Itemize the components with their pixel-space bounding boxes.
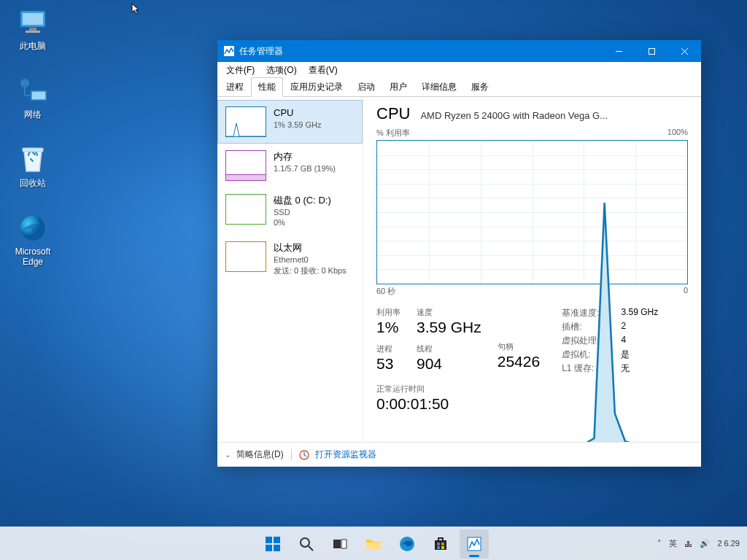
svg-rect-25	[435, 540, 446, 550]
open-resource-monitor-link[interactable]: 打开资源监视器	[315, 448, 376, 461]
svg-rect-17	[266, 545, 272, 551]
svg-line-20	[309, 546, 313, 551]
resource-monitor-icon	[299, 450, 309, 460]
edge-icon	[18, 213, 48, 244]
titlebar[interactable]: 任务管理器	[217, 40, 701, 62]
tray-chevron-icon[interactable]: ˄	[657, 539, 662, 548]
menu-options[interactable]: 选项(O)	[260, 63, 302, 78]
svg-rect-6	[32, 92, 45, 99]
tab-services[interactable]: 服务	[464, 77, 496, 97]
cpu-line-icon	[377, 141, 687, 442]
window-body: CPU 1% 3.59 GHz 内存 1.1/5.7 GB (19%) 磁盘 0…	[217, 97, 701, 442]
network-icon	[18, 76, 48, 106]
cpu-chart	[376, 140, 688, 284]
menu-file[interactable]: 文件(F)	[220, 63, 260, 78]
cpu-thumb-icon	[225, 106, 266, 137]
svg-point-19	[301, 538, 309, 547]
search-button[interactable]	[292, 529, 321, 559]
svg-rect-27	[441, 542, 444, 545]
chevron-down-icon[interactable]: ⌄	[225, 451, 231, 459]
desktop-icon-label: Microsoft Edge	[6, 246, 60, 268]
desktop: 此电脑 网络 回收站 Microsoft Edge 任务管理器 文件(F) 选项…	[0, 0, 747, 560]
desktop-icon-this-pc[interactable]: 此电脑	[6, 7, 60, 51]
desktop-icon-label: 回收站	[6, 178, 60, 188]
svg-rect-3	[26, 31, 40, 33]
tab-processes[interactable]: 进程	[219, 77, 251, 97]
edge-button[interactable]	[392, 529, 422, 559]
cpu-model: AMD Ryzen 5 2400G with Radeon Vega G...	[420, 110, 688, 121]
sidebar: CPU 1% 3.59 GHz 内存 1.1/5.7 GB (19%) 磁盘 0…	[217, 97, 363, 442]
sidebar-disk-title: 磁盘 0 (C: D:)	[274, 194, 355, 207]
close-button[interactable]	[668, 40, 701, 62]
start-button[interactable]	[258, 529, 287, 559]
fewer-details-link[interactable]: 简略信息(D)	[236, 448, 284, 461]
tab-startup[interactable]: 启动	[350, 77, 382, 97]
sidebar-cpu-title: CPU	[274, 106, 355, 120]
recycle-bin-icon	[18, 144, 48, 175]
sidebar-memory-title: 内存	[274, 150, 355, 163]
svg-rect-18	[274, 545, 280, 551]
maximize-button[interactable]	[635, 40, 668, 62]
axis-label-top-right: 100%	[667, 128, 688, 139]
tab-performance[interactable]: 性能	[251, 77, 283, 97]
sidebar-item-ethernet[interactable]: 以太网 Ethernet0 发送: 0 接收: 0 Kbps	[217, 235, 363, 282]
ethernet-thumb-icon	[225, 241, 266, 272]
tabbar: 进程 性能 应用历史记录 启动 用户 详细信息 服务	[217, 78, 701, 97]
svg-rect-16	[274, 537, 280, 543]
svg-rect-15	[266, 537, 272, 543]
axis-label-top-left: % 利用率	[376, 128, 410, 139]
svg-point-4	[20, 79, 29, 88]
svg-rect-22	[341, 540, 347, 548]
system-tray[interactable]: ˄ 英 🖧 🔊 2 6.29	[657, 538, 747, 549]
svg-rect-28	[437, 546, 440, 549]
sidebar-item-cpu[interactable]: CPU 1% 3.59 GHz	[217, 100, 363, 144]
window-footer: ⌄ 简略信息(D) 打开资源监视器	[217, 442, 701, 467]
svg-rect-2	[29, 28, 36, 31]
disk-thumb-icon	[225, 194, 266, 225]
sidebar-net-sub2: 发送: 0 接收: 0 Kbps	[274, 265, 355, 276]
svg-rect-1	[23, 13, 43, 25]
svg-rect-21	[333, 540, 341, 548]
sidebar-disk-sub: SSD	[274, 207, 355, 218]
task-manager-button[interactable]	[460, 529, 489, 559]
desktop-icon-label: 此电脑	[6, 41, 60, 51]
sidebar-cpu-sub: 1% 3.59 GHz	[274, 120, 355, 131]
separator	[291, 449, 292, 461]
menu-view[interactable]: 查看(V)	[303, 63, 344, 78]
svg-rect-11	[649, 48, 655, 54]
sidebar-net-sub: Ethernet0	[274, 254, 355, 265]
tray-lang[interactable]: 英	[669, 538, 677, 549]
store-button[interactable]	[426, 529, 455, 559]
sidebar-item-memory[interactable]: 内存 1.1/5.7 GB (19%)	[217, 144, 363, 187]
tab-details[interactable]: 详细信息	[414, 77, 464, 97]
tray-network-icon[interactable]: 🖧	[684, 540, 692, 548]
tray-clock[interactable]: 2 6.29	[717, 539, 740, 548]
tray-volume-icon[interactable]: 🔊	[700, 539, 710, 548]
sidebar-item-disk[interactable]: 磁盘 0 (C: D:) SSD 0%	[217, 187, 363, 235]
taskbar: ˄ 英 🖧 🔊 2 6.29	[0, 526, 747, 560]
desktop-icon-network[interactable]: 网络	[6, 76, 60, 120]
svg-rect-23	[366, 542, 381, 550]
task-manager-window: 任务管理器 文件(F) 选项(O) 查看(V) 进程 性能 应用历史记录 启动 …	[217, 40, 701, 467]
menubar: 文件(F) 选项(O) 查看(V)	[217, 62, 701, 78]
sidebar-disk-sub2: 0%	[274, 217, 355, 228]
memory-thumb-icon	[225, 150, 266, 181]
tab-users[interactable]: 用户	[382, 77, 414, 97]
main-heading: CPU	[376, 104, 410, 123]
minimize-button[interactable]	[603, 40, 635, 62]
svg-rect-29	[441, 546, 444, 549]
desktop-icon-label: 网络	[6, 109, 60, 120]
tab-app-history[interactable]: 应用历史记录	[283, 77, 350, 97]
file-explorer-button[interactable]	[359, 529, 388, 559]
main-panel: CPU AMD Ryzen 5 2400G with Radeon Vega G…	[363, 97, 701, 442]
svg-rect-26	[437, 542, 440, 545]
sidebar-memory-sub: 1.1/5.7 GB (19%)	[274, 163, 355, 174]
app-icon	[223, 45, 235, 57]
monitor-icon	[18, 7, 48, 38]
task-view-button[interactable]	[325, 529, 355, 559]
cursor-icon	[131, 3, 143, 15]
desktop-icon-edge[interactable]: Microsoft Edge	[6, 213, 60, 268]
sidebar-net-title: 以太网	[274, 241, 355, 254]
taskbar-center	[258, 529, 489, 559]
desktop-icon-recycle-bin[interactable]: 回收站	[6, 144, 60, 188]
